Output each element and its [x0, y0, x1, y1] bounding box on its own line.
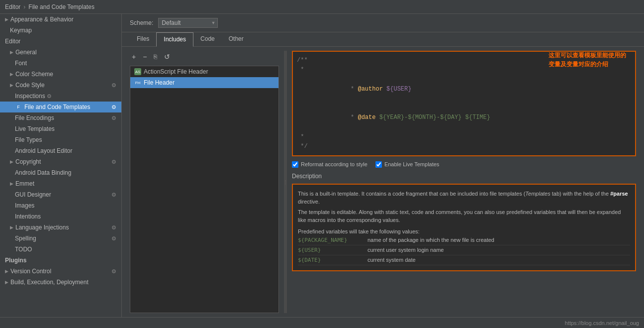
sidebar-item-intentions[interactable]: Intentions	[0, 211, 121, 222]
template-icon: F	[15, 104, 22, 110]
description-editable: The template is editable. Along with sta…	[298, 208, 630, 224]
sidebar: ▶ Appearance & Behavior Keymap Editor ▶ …	[0, 14, 122, 317]
sidebar-item-label: Live Templates	[15, 125, 55, 132]
description-intro: This is a built-in template. It contains…	[298, 190, 630, 206]
sidebar-item-label: GUI Designer	[15, 191, 51, 198]
sidebar-item-android-data-binding[interactable]: Android Data Binding	[0, 167, 121, 178]
sidebar-item-version-control[interactable]: ▶ Version Control ⚙	[0, 266, 121, 277]
chevron-right-icon: ▶	[5, 269, 8, 274]
sidebar-item-label: Version Control	[10, 268, 51, 275]
sidebar-item-label: Android Data Binding	[15, 169, 71, 176]
sidebar-item-inspections[interactable]: Inspections ⚙	[0, 91, 121, 102]
sidebar-item-color-scheme[interactable]: ▶ Color Scheme	[0, 69, 121, 80]
status-bar: https://blog.csdn.net/gnail_oug	[0, 317, 644, 328]
sidebar-item-label: Language Injections	[15, 224, 69, 231]
sidebar-item-label: Images	[15, 202, 34, 209]
sidebar-item-file-encodings[interactable]: File Encodings ⚙	[0, 112, 121, 123]
sidebar-item-images[interactable]: Images	[0, 200, 121, 211]
description-title: Description	[292, 173, 636, 180]
sidebar-item-label: TODO	[15, 246, 32, 253]
add-template-button[interactable]: +	[130, 52, 138, 62]
sidebar-item-editor[interactable]: Editor	[0, 36, 121, 47]
chevron-right-icon: ▶	[10, 50, 13, 55]
remove-template-button[interactable]: −	[141, 52, 149, 62]
sidebar-item-label: Build, Execution, Deployment	[10, 279, 89, 286]
tab-includes[interactable]: Includes	[156, 32, 193, 47]
sidebar-item-label: Copyright	[15, 158, 41, 165]
breadcrumb-editor[interactable]: Editor	[5, 3, 20, 10]
sidebar-item-keymap[interactable]: Keymap	[0, 25, 121, 36]
sidebar-item-file-types[interactable]: File Types	[0, 134, 121, 145]
sidebar-item-plugins[interactable]: Plugins	[0, 255, 121, 266]
live-templates-check-input[interactable]	[375, 161, 382, 168]
status-url: https://blog.csdn.net/gnail_oug	[565, 320, 639, 326]
sidebar-item-copyright[interactable]: ▶ Copyright ⚙	[0, 156, 121, 167]
settings-icon: ⚙	[111, 104, 116, 110]
sidebar-item-build[interactable]: ▶ Build, Execution, Deployment	[0, 277, 121, 288]
sidebar-item-label: Emmet	[15, 180, 34, 187]
scheme-select[interactable]: Default	[158, 18, 218, 28]
sidebar-item-appearance[interactable]: ▶ Appearance & Behavior	[0, 14, 121, 25]
sidebar-item-gui-designer[interactable]: GUI Designer ⚙	[0, 189, 121, 200]
copy-template-button[interactable]: ⎘	[152, 52, 159, 61]
settings-icon: ⚙	[111, 192, 116, 198]
template-list-panel: + − ⎘ ↺ AS ActionScript File Header FH F…	[130, 51, 279, 313]
sidebar-item-file-code-templates[interactable]: F File and Code Templates ⚙	[0, 102, 121, 112]
scheme-select-wrap[interactable]: Default	[158, 18, 218, 28]
settings-icon: ⚙	[111, 82, 116, 89]
template-item-label: File Header	[144, 79, 175, 86]
template-list: AS ActionScript File Header FH File Head…	[130, 66, 279, 313]
live-templates-label: Enable Live Templates	[384, 161, 439, 167]
settings-icon: ⚙	[47, 93, 52, 99]
description-predefined-label: Predefined variables will take the follo…	[298, 227, 630, 236]
sidebar-item-font[interactable]: Font	[0, 58, 121, 69]
reset-template-button[interactable]: ↺	[162, 52, 172, 62]
tab-code[interactable]: Code	[193, 32, 222, 46]
right-panel-wrapper: /** * * @author ${USER} * @date ${YEAR}-…	[292, 51, 636, 313]
sidebar-item-emmet[interactable]: ▶ Emmet	[0, 178, 121, 189]
sidebar-item-android-layout-editor[interactable]: Android Layout Editor	[0, 145, 121, 156]
sidebar-item-code-style[interactable]: ▶ Code Style ⚙	[0, 80, 121, 91]
settings-icon: ⚙	[111, 224, 116, 231]
variable-name: ${PACKAGE_NAME}	[298, 237, 358, 243]
chevron-right-icon: ▶	[10, 159, 13, 164]
scheme-label: Scheme:	[130, 19, 153, 26]
sidebar-item-live-templates[interactable]: Live Templates	[0, 123, 121, 134]
sidebar-item-label: File Types	[15, 136, 42, 143]
reformat-check-input[interactable]	[292, 161, 298, 168]
variable-row-date: ${DATE} current system date	[298, 255, 630, 265]
annotation-text: 这里可以查看模板里能使用的变量及变量对应的介绍	[549, 51, 626, 69]
sidebar-item-label: Color Scheme	[15, 71, 53, 78]
breadcrumb: Editor › File and Code Templates	[0, 0, 644, 14]
variable-name: ${USER}	[298, 247, 358, 253]
code-line: * @date ${YEAR}-${MONTH}-${DAY} ${TIME}	[297, 104, 631, 132]
sidebar-item-label: Code Style	[15, 82, 45, 89]
settings-icon: ⚙	[111, 115, 116, 121]
sidebar-item-label: Intentions	[15, 213, 41, 220]
chevron-right-icon: ▶	[10, 83, 13, 88]
variable-description: current system date	[368, 257, 416, 263]
code-line: *	[297, 132, 631, 142]
variable-name: ${DATE}	[298, 257, 358, 263]
variable-row-user: ${USER} current user system login name	[298, 245, 630, 255]
content-area: Scheme: Default Files Includes Code Othe…	[122, 14, 644, 317]
sidebar-item-label: Font	[15, 60, 27, 67]
sidebar-item-language-injections[interactable]: ▶ Language Injections ⚙	[0, 222, 121, 233]
tab-other[interactable]: Other	[222, 32, 251, 46]
sidebar-item-general[interactable]: ▶ General	[0, 47, 121, 58]
settings-icon: ⚙	[111, 159, 116, 165]
drag-handle[interactable]: ⋮	[284, 51, 287, 313]
tab-files[interactable]: Files	[130, 32, 156, 46]
sidebar-item-label: Android Layout Editor	[15, 147, 72, 154]
sidebar-item-todo[interactable]: TODO	[0, 244, 121, 255]
reformat-checkbox[interactable]: Reformat according to style	[292, 161, 368, 168]
template-item-file-header[interactable]: FH File Header	[130, 77, 278, 88]
sidebar-item-spelling[interactable]: Spelling ⚙	[0, 233, 121, 244]
template-icon: FH	[134, 79, 141, 86]
toolbar: + − ⎘ ↺	[130, 51, 279, 63]
template-icon: AS	[134, 68, 141, 75]
sidebar-item-label: File and Code Templates	[24, 104, 91, 110]
template-item-actionscript[interactable]: AS ActionScript File Header	[130, 66, 278, 77]
live-templates-checkbox[interactable]: Enable Live Templates	[375, 161, 439, 168]
settings-icon: ⚙	[111, 268, 116, 275]
